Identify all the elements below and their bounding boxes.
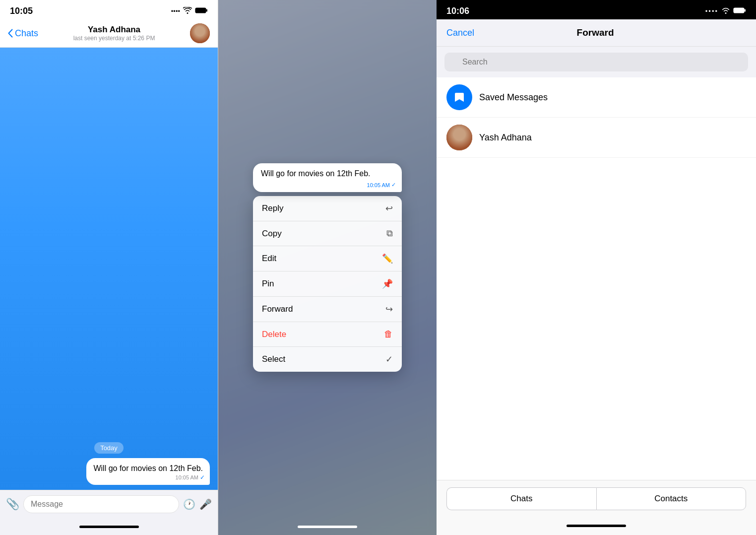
forward-status-bar: 10:06 •••• [437,0,756,19]
chat-body: Today Will go for movies on 12th Feb. 10… [0,48,218,490]
forward-header: Cancel Forward [437,19,756,47]
forward-battery-icon [733,7,746,15]
forward-yash-adhana[interactable]: Yash Adhana [437,118,756,158]
status-icons: •••• [171,7,208,15]
svg-rect-0 [195,8,206,13]
home-bar [567,525,626,527]
home-indicator-context [218,513,437,535]
saved-messages-avatar [446,84,472,110]
yash-label: Yash Adhana [479,133,532,143]
delete-icon: 🗑 [384,329,393,339]
home-indicator [0,518,218,535]
yash-avatar [446,125,472,150]
back-button[interactable]: Chats [8,28,38,39]
context-copy[interactable]: Copy ⧉ [253,221,402,246]
saved-messages-label: Saved Messages [479,92,548,103]
forward-panel: 10:06 •••• Cancel Forward � [437,0,756,535]
microphone-icon[interactable]: 🎤 [199,498,212,510]
forward-wifi-icon [721,7,730,15]
context-menu: Reply ↩ Copy ⧉ Edit ✏️ Pin 📌 Forward ↪ D… [253,196,402,372]
svg-rect-3 [745,9,746,12]
message-bubble[interactable]: Will go for movies on 12th Feb. 10:05 AM… [86,458,210,485]
context-reply[interactable]: Reply ↩ [253,196,402,221]
message-input[interactable] [23,495,179,513]
preview-tick: ✓ [391,182,396,188]
chats-tab[interactable]: Chats [446,487,596,510]
delete-label: Delete [262,330,286,339]
context-edit[interactable]: Edit ✏️ [253,246,402,271]
context-pin[interactable]: Pin 📌 [253,271,402,297]
home-bar [298,526,357,528]
forward-status-icons: •••• [705,7,746,15]
forward-list: Saved Messages Yash Adhana [437,77,756,480]
forward-home-indicator [437,517,756,535]
forward-search-bar: 🔍 [437,47,756,77]
chat-header: Chats Yash Adhana last seen yesterday at… [0,19,218,48]
select-icon: ✓ [385,354,393,365]
reply-label: Reply [262,203,283,213]
contact-status: last seen yesterday at 5:26 PM [38,35,190,42]
message-meta: 10:05 AM ✓ [176,473,205,482]
message-text: Will go for movies on 12th Feb. [93,464,203,472]
search-wrapper: 🔍 [444,53,748,71]
context-content: Will go for movies on 12th Feb. 10:05 AM… [218,0,437,535]
forward-search-input[interactable] [444,53,748,71]
contacts-tab[interactable]: Contacts [596,487,747,510]
copy-icon: ⧉ [386,228,393,239]
preview-meta: 10:05 AM ✓ [367,182,396,188]
select-label: Select [262,354,285,364]
message-time: 10:05 AM [176,474,198,481]
avatar[interactable] [190,23,210,43]
contact-name: Yash Adhana [38,25,190,35]
context-forward[interactable]: Forward ↪ [253,297,402,322]
svg-rect-2 [734,8,744,13]
back-label: Chats [15,28,38,39]
chat-input-bar: 📎 🕐 🎤 [0,490,218,518]
forward-status-time: 10:06 [446,6,469,16]
edit-icon: ✏️ [382,253,393,264]
chat-header-center: Yash Adhana last seen yesterday at 5:26 … [38,25,190,42]
forward-label: Forward [262,304,293,314]
copy-label: Copy [262,229,282,239]
date-badge: Today [8,443,210,452]
pin-icon: 📌 [382,278,393,289]
sticker-icon[interactable]: 🕐 [183,498,195,510]
attach-button[interactable]: 📎 [6,498,19,511]
home-bar [79,526,139,528]
status-time: 10:05 [10,6,33,16]
svg-rect-1 [206,9,208,12]
pin-label: Pin [262,279,274,289]
context-select[interactable]: Select ✓ [253,347,402,372]
cancel-button[interactable]: Cancel [446,28,474,38]
forward-bottom-tabs: Chats Contacts [437,480,756,517]
chat-panel: 10:05 •••• Ch [0,0,218,535]
context-panel: Will go for movies on 12th Feb. 10:05 AM… [218,0,437,535]
battery-icon [195,7,208,15]
reply-icon: ↩ [385,203,393,214]
forward-signal-icon: •••• [705,7,718,15]
message-preview: Will go for movies on 12th Feb. 10:05 AM… [253,163,402,192]
preview-time: 10:05 AM [367,182,390,188]
context-delete[interactable]: Delete 🗑 [253,322,402,347]
forward-saved-messages[interactable]: Saved Messages [437,77,756,118]
wifi-icon [183,7,192,15]
preview-text: Will go for movies on 12th Feb. [261,169,371,178]
status-bar: 10:05 •••• [0,0,218,19]
read-tick: ✓ [200,473,205,482]
forward-title: Forward [577,27,614,38]
signal-icon: •••• [171,7,180,15]
edit-label: Edit [262,254,276,264]
forward-icon: ↪ [385,304,393,315]
